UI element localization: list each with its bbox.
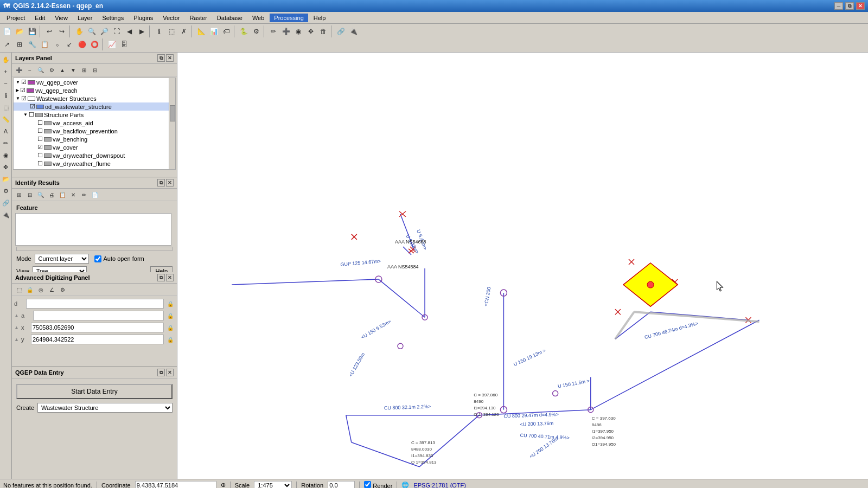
mode-dropdown[interactable]: Current layerAll layersTop layer: [35, 254, 89, 264]
open-layer-properties-button[interactable]: ⚙: [47, 65, 56, 75]
measure-side-tool[interactable]: 📏: [1, 114, 11, 125]
zoom-full-button[interactable]: ⛶: [111, 25, 123, 37]
qgep-tool-4[interactable]: 📋: [39, 38, 50, 50]
filter-id-button[interactable]: 🔍: [36, 190, 46, 200]
identify-side-tool[interactable]: ℹ: [1, 90, 11, 101]
select-side-tool[interactable]: ⬚: [1, 102, 11, 113]
zoom-out-side-tool[interactable]: −: [1, 78, 11, 89]
dig-angle-button[interactable]: ∠: [47, 285, 56, 294]
qgep-tool-6[interactable]: ↙: [63, 38, 75, 50]
menu-item-project[interactable]: Project: [2, 14, 29, 22]
layer-item-5[interactable]: ☐vw_access_aid: [14, 119, 175, 127]
digitizing-float-button[interactable]: ⧉: [157, 274, 165, 281]
layer-checkbox-9[interactable]: ☐: [37, 152, 43, 159]
epsg-label[interactable]: EPSG:21781 (OTF): [413, 482, 466, 489]
database-button[interactable]: 🗄: [118, 38, 130, 50]
snap-button[interactable]: 🔗: [335, 25, 347, 37]
node-side-tool[interactable]: ◉: [1, 150, 11, 160]
layers-float-button[interactable]: ⧉: [157, 54, 165, 62]
zoom-in-side-tool[interactable]: +: [1, 66, 11, 77]
layer-item-6[interactable]: ☐vw_backflow_prevention: [14, 127, 175, 135]
new-project-button[interactable]: 📄: [1, 25, 13, 37]
qgep-tool-5[interactable]: ⬦: [51, 38, 63, 50]
menu-item-help[interactable]: Help: [309, 14, 330, 22]
menu-item-processing[interactable]: Processing: [270, 14, 308, 22]
zoom-prev-button[interactable]: ◀: [123, 25, 135, 37]
processing-button[interactable]: ⚙: [250, 25, 262, 37]
qgep-tool-7[interactable]: 🔴: [76, 38, 88, 50]
select-button[interactable]: ⬚: [165, 25, 177, 37]
expand-all-button[interactable]: ⊞: [79, 65, 89, 75]
move-up-button[interactable]: ▲: [58, 65, 67, 75]
print-id-button[interactable]: 🖨: [47, 190, 56, 200]
layer-item-2[interactable]: ▼☑Wastewater Structures: [14, 94, 175, 102]
zoom-next-button[interactable]: ▶: [136, 25, 148, 37]
layer-item-4[interactable]: ▼☐Structure Parts: [14, 111, 175, 119]
menu-item-edit[interactable]: Edit: [30, 14, 49, 22]
plugin-side-tool[interactable]: 🔌: [1, 209, 11, 220]
edit-id-button[interactable]: ✏: [79, 190, 89, 200]
menu-item-vector[interactable]: Vector: [158, 14, 184, 22]
layer-checkbox-1[interactable]: ☑: [20, 87, 25, 94]
dig-settings-button[interactable]: ⚙: [58, 285, 67, 294]
x-lock-icon[interactable]: 🔒: [166, 323, 175, 332]
qgep-tool-3[interactable]: 🔧: [26, 38, 38, 50]
qgep-close-button[interactable]: ✕: [166, 369, 174, 376]
rotation-input[interactable]: [328, 481, 355, 489]
move-down-button[interactable]: ▼: [68, 65, 78, 75]
filter-layer-button[interactable]: 🔍: [36, 65, 46, 75]
layer-item-10[interactable]: ☐vw_dryweather_flume: [14, 159, 175, 168]
delete-feature-button[interactable]: 🗑: [317, 25, 329, 37]
close-button[interactable]: ✕: [856, 2, 865, 10]
expand-icon-0[interactable]: ▼: [16, 80, 20, 85]
layers-scrollbar-thumb[interactable]: [170, 105, 175, 121]
dig-lock-button[interactable]: 🔒: [25, 285, 35, 294]
redo-button[interactable]: ↪: [56, 25, 68, 37]
d-input[interactable]: [26, 299, 164, 309]
layer-side-tool[interactable]: 📂: [1, 174, 11, 184]
python-button[interactable]: 🐍: [238, 25, 250, 37]
label-side-tool[interactable]: A: [1, 126, 11, 137]
add-feature-button[interactable]: ➕: [280, 25, 292, 37]
identify-float-button[interactable]: ⧉: [157, 179, 165, 187]
auto-open-checkbox[interactable]: [94, 255, 101, 262]
attribute-table-button[interactable]: 📊: [208, 25, 220, 37]
digitize-side-tool[interactable]: ✏: [1, 138, 11, 149]
undo-button[interactable]: ↩: [43, 25, 55, 37]
menu-item-layer[interactable]: Layer: [73, 14, 97, 22]
expand-all-id-button[interactable]: ⊞: [14, 190, 24, 200]
minimize-button[interactable]: ─: [834, 2, 843, 10]
measure-button[interactable]: 📐: [195, 25, 207, 37]
plugins-button[interactable]: 🔌: [347, 25, 359, 37]
menu-item-raster[interactable]: Raster: [185, 14, 211, 22]
pan-button[interactable]: ✋: [73, 25, 85, 37]
identify-button[interactable]: ℹ: [153, 25, 165, 37]
a-input[interactable]: [33, 311, 164, 320]
layer-item-9[interactable]: ☐vw_dryweather_downspout: [14, 151, 175, 159]
expand-icon-1[interactable]: ▶: [16, 88, 19, 93]
identify-scrollbar[interactable]: [16, 247, 173, 251]
identify-close-button[interactable]: ✕: [166, 179, 174, 187]
layer-item-8[interactable]: ☑vw_cover: [14, 143, 175, 151]
layer-checkbox-0[interactable]: ☑: [21, 79, 27, 86]
snap-side-tool[interactable]: 🔗: [1, 197, 11, 208]
digitizing-close-button[interactable]: ✕: [166, 274, 174, 281]
layer-checkbox-7[interactable]: ☐: [37, 136, 43, 143]
digitize-button[interactable]: ✏: [267, 25, 279, 37]
expand-icon-4[interactable]: ▼: [23, 112, 28, 117]
render-checkbox[interactable]: [364, 481, 371, 488]
map-area[interactable]: GUP 125 14.67m> <U 150 9.53m> U 6.22m> U…: [177, 53, 868, 479]
menu-item-web[interactable]: Web: [248, 14, 269, 22]
layer-item-1[interactable]: ▶☑vw_qgep_reach: [14, 86, 175, 94]
node-tool-button[interactable]: ◉: [292, 25, 304, 37]
menu-item-view[interactable]: View: [50, 14, 72, 22]
copy-id-button[interactable]: 📋: [58, 190, 67, 200]
qgep-tool-1[interactable]: ↗: [1, 38, 13, 50]
qgep-float-button[interactable]: ⧉: [157, 369, 165, 376]
menu-item-database[interactable]: Database: [213, 14, 247, 22]
scale-dropdown[interactable]: 1:475: [254, 481, 292, 489]
layer-checkbox-6[interactable]: ☐: [37, 127, 43, 134]
save-project-button[interactable]: 💾: [26, 25, 38, 37]
dig-enable-button[interactable]: ⬚: [14, 285, 24, 294]
start-data-entry-button[interactable]: Start Data Entry: [16, 384, 173, 399]
